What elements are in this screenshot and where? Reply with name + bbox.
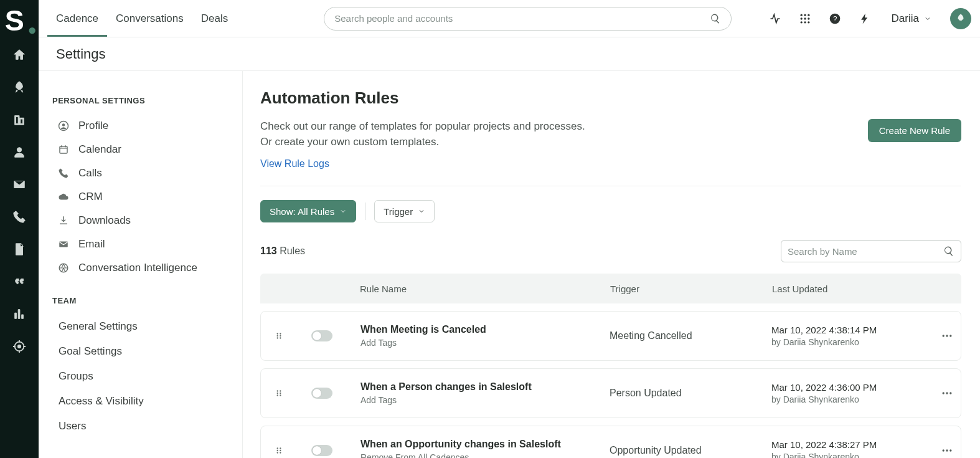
svg-point-37 <box>949 393 951 394</box>
svg-point-27 <box>946 335 948 337</box>
sidebar-item-users[interactable]: Users <box>52 414 236 439</box>
rail-analytics-icon[interactable] <box>0 298 39 330</box>
th-trigger: Trigger <box>610 284 772 294</box>
rule-count-label: Rules <box>277 246 305 256</box>
rail-note-icon[interactable] <box>0 233 39 265</box>
rail-rocket-icon[interactable] <box>0 71 39 103</box>
activity-icon[interactable] <box>767 11 783 27</box>
search-rules[interactable] <box>781 240 961 262</box>
svg-point-12 <box>808 21 809 23</box>
th-rule-name: Rule Name <box>346 284 610 294</box>
svg-point-35 <box>943 393 945 394</box>
drag-handle-icon[interactable] <box>261 446 297 455</box>
help-icon[interactable]: ? <box>827 11 843 27</box>
calendar-icon <box>57 143 70 156</box>
sidebar-item-profile[interactable]: Profile <box>52 114 236 138</box>
create-new-rule-button[interactable]: Create New Rule <box>868 119 961 142</box>
section-personal-label: PERSONAL SETTINGS <box>52 96 236 105</box>
rule-trigger: Meeting Cancelled <box>610 330 771 341</box>
tab-deals-label: Deals <box>201 12 228 25</box>
top-tabs: Cadence Conversations Deals <box>47 0 237 37</box>
tab-cadence[interactable]: Cadence <box>47 0 107 37</box>
table-row[interactable]: When Meeting is Canceled Add Tags Meetin… <box>260 311 961 361</box>
drag-handle-icon[interactable] <box>261 332 297 340</box>
table-header: Rule Name Trigger Last Updated <box>260 274 961 303</box>
sidebar-item-calendar[interactable]: Calendar <box>52 138 236 161</box>
chevron-down-icon <box>418 208 425 215</box>
rule-title: When a Person changes in Salesloft <box>360 381 610 393</box>
user-name: Dariia <box>892 12 919 25</box>
svg-point-38 <box>277 448 278 449</box>
avatar[interactable] <box>950 8 971 29</box>
apps-grid-icon[interactable] <box>797 11 813 27</box>
tab-cadence-label: Cadence <box>56 12 98 25</box>
svg-point-28 <box>949 335 951 337</box>
search-input[interactable] <box>334 13 710 24</box>
sidebar-item-groups[interactable]: Groups <box>52 364 236 389</box>
aperture-icon <box>57 262 70 274</box>
show-filter-label: Show: All Rules <box>270 206 334 217</box>
sidebar-item-conversation-intelligence[interactable]: Conversation Intelligence <box>52 256 236 280</box>
svg-point-4 <box>800 14 802 16</box>
svg-point-1 <box>29 27 35 34</box>
rail-home-icon[interactable] <box>0 39 39 71</box>
svg-point-33 <box>277 395 278 396</box>
svg-point-42 <box>277 452 278 454</box>
sidebar-item-crm[interactable]: CRM <box>52 185 236 209</box>
filter-divider <box>365 203 365 220</box>
svg-point-6 <box>808 14 809 16</box>
svg-point-10 <box>800 21 802 23</box>
rail-mail-icon[interactable] <box>0 168 39 201</box>
global-search[interactable] <box>324 7 732 31</box>
svg-point-8 <box>804 17 806 19</box>
table-row[interactable]: When a Person changes in Salesloft Add T… <box>260 368 961 418</box>
phone-icon <box>57 167 70 179</box>
show-filter[interactable]: Show: All Rules <box>260 200 356 222</box>
rule-toggle[interactable] <box>311 445 332 456</box>
chevron-down-icon <box>339 208 347 215</box>
download-icon <box>57 214 70 227</box>
search-rules-input[interactable] <box>788 246 943 257</box>
tab-deals[interactable]: Deals <box>192 0 237 37</box>
sidebar-item-general-settings[interactable]: General Settings <box>52 314 236 339</box>
bolt-icon[interactable] <box>857 11 873 27</box>
drag-handle-icon[interactable] <box>261 389 297 398</box>
svg-point-34 <box>280 395 281 396</box>
rail-phone-icon[interactable] <box>0 201 39 233</box>
svg-point-46 <box>949 450 951 452</box>
sidebar-item-downloads[interactable]: Downloads <box>52 209 236 232</box>
rule-toggle[interactable] <box>311 388 332 399</box>
svg-point-21 <box>280 333 281 335</box>
rail-quotes-icon[interactable] <box>0 265 39 298</box>
row-more-icon[interactable] <box>933 444 961 457</box>
sidebar-item-email[interactable]: Email <box>52 232 236 256</box>
search-icon <box>943 246 954 257</box>
rail-target-icon[interactable] <box>0 330 39 363</box>
sidebar-item-calls[interactable]: Calls <box>52 161 236 185</box>
sidebar-item-access[interactable]: Access & Visibility <box>52 389 236 414</box>
svg-text:?: ? <box>833 14 837 22</box>
sidebar-item-goal-settings[interactable]: Goal Settings <box>52 339 236 364</box>
rule-updated-by: by Dariia Shynkarenko <box>771 452 933 458</box>
svg-point-25 <box>280 338 281 339</box>
svg-point-30 <box>280 391 281 392</box>
sidebar-item-label: Conversation Intelligence <box>78 262 197 274</box>
divider <box>260 186 961 186</box>
svg-point-16 <box>62 123 65 126</box>
rule-count: 113 Rules <box>260 246 305 257</box>
sidebar-item-label: Email <box>78 238 105 250</box>
rule-toggle[interactable] <box>311 330 332 341</box>
rule-updated-date: Mar 10, 2022 4:38:27 PM <box>771 439 933 450</box>
table-row[interactable]: When an Opportunity changes in Salesloft… <box>260 426 961 458</box>
brand-logo[interactable]: S <box>0 0 39 39</box>
tab-conversations-label: Conversations <box>116 12 184 25</box>
trigger-filter[interactable]: Trigger <box>374 200 435 222</box>
tab-conversations[interactable]: Conversations <box>107 0 192 37</box>
sidebar-item-label: Downloads <box>78 214 131 227</box>
row-more-icon[interactable] <box>933 330 961 342</box>
user-menu[interactable]: Dariia <box>887 10 936 27</box>
view-rule-logs-link[interactable]: View Rule Logs <box>260 158 329 169</box>
row-more-icon[interactable] <box>933 387 961 399</box>
rail-building-icon[interactable] <box>0 103 39 136</box>
rail-person-icon[interactable] <box>0 136 39 168</box>
